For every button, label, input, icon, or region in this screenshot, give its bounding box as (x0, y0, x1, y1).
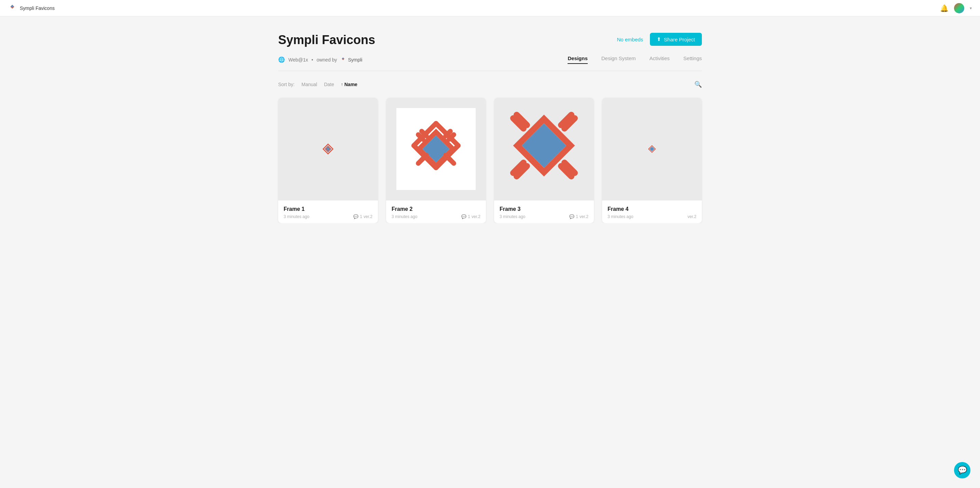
version-label: ver.2 (364, 214, 372, 219)
card-meta-frame1: 3 minutes ago 💬 1 ver.2 (283, 214, 372, 219)
comment-count-frame3: 1 (576, 214, 578, 219)
version-label-frame2: ver.2 (471, 214, 480, 219)
comment-count: 1 (360, 214, 362, 219)
nav-title: Sympli Favicons (20, 5, 55, 11)
sort-date[interactable]: Date (324, 82, 334, 87)
svg-line-15 (418, 135, 423, 140)
card-time-frame1: 3 minutes ago (283, 214, 309, 219)
tab-activities[interactable]: Activities (649, 56, 670, 64)
card-meta-frame2: 3 minutes ago 💬 1 ver.2 (391, 214, 480, 219)
tab-design-system[interactable]: Design System (601, 56, 636, 64)
card-time-frame3: 3 minutes ago (500, 214, 525, 219)
card-meta-frame3: 3 minutes ago 💬 1 ver.2 (500, 214, 589, 219)
frame4-preview-icon (647, 144, 657, 154)
svg-line-19 (418, 159, 423, 163)
scope-label: Web@1x (288, 57, 308, 62)
card-time-frame2: 3 minutes ago (391, 214, 417, 219)
separator: • (312, 57, 313, 62)
sort-search-row: Sort by: Manual Date ↑ Name 🔍 (278, 81, 702, 88)
card-time-frame4: 3 minutes ago (608, 214, 633, 219)
owner-logo-icon (340, 57, 346, 62)
card-version-frame1: 💬 1 ver.2 (353, 214, 372, 219)
card-version-frame2: 💬 1 ver.2 (461, 214, 480, 219)
globe-icon: 🌐 (278, 56, 285, 63)
no-embeds-link[interactable]: No embeds (617, 37, 643, 42)
version-label-frame4: ver.2 (687, 214, 697, 219)
card-frame3[interactable]: Frame 3 3 minutes ago 💬 1 ver.2 (494, 98, 594, 223)
frame2-preview-icon (405, 118, 467, 180)
sort-manual[interactable]: Manual (301, 82, 317, 87)
svg-line-14 (422, 131, 426, 136)
comment-icon-frame2: 💬 (461, 214, 466, 219)
owner-link[interactable]: Sympli (340, 57, 362, 62)
tab-designs[interactable]: Designs (568, 56, 587, 64)
sort-arrow-icon: ↑ (341, 82, 343, 87)
sort-name[interactable]: ↑ Name (341, 82, 358, 87)
card-name-frame1: Frame 1 (283, 206, 372, 212)
svg-line-17 (449, 135, 454, 140)
card-name-frame4: Frame 4 (608, 206, 697, 212)
sort-controls: Sort by: Manual Date ↑ Name (278, 82, 358, 87)
tab-settings[interactable]: Settings (683, 56, 702, 64)
search-button[interactable]: 🔍 (694, 81, 702, 88)
nav-brand: Sympli Favicons (8, 4, 55, 12)
comment-icon-frame3: 💬 (569, 214, 574, 219)
user-avatar[interactable] (954, 3, 964, 13)
card-frame1[interactable]: Frame 1 3 minutes ago 💬 1 ver.2 (278, 98, 378, 223)
notifications-icon[interactable]: 🔔 (940, 4, 948, 12)
user-menu-chevron-icon[interactable]: ▾ (970, 6, 972, 11)
frame2-inner (396, 108, 476, 190)
svg-rect-23 (522, 123, 566, 168)
nav-actions: 🔔 ▾ (940, 3, 972, 13)
owned-by-text: owned by (317, 57, 337, 62)
page-header: Sympli Favicons No embeds ⬆ Share Projec… (278, 33, 702, 47)
card-footer-frame4: Frame 4 3 minutes ago ver.2 (602, 200, 702, 223)
card-meta-frame4: 3 minutes ago ver.2 (608, 214, 697, 219)
tab-bar: Designs Design System Activities Setting… (568, 56, 702, 64)
share-icon: ⬆ (657, 36, 661, 42)
sort-label: Sort by: (278, 82, 294, 87)
card-preview-frame4 (602, 98, 702, 200)
card-footer-frame1: Frame 1 3 minutes ago 💬 1 ver.2 (278, 200, 378, 223)
comment-count-frame2: 1 (468, 214, 470, 219)
page-subtitle: 🌐 Web@1x • owned by Sympli (278, 56, 362, 63)
share-project-button[interactable]: ⬆ Share Project (650, 33, 702, 46)
main-content: Sympli Favicons No embeds ⬆ Share Projec… (251, 16, 729, 223)
frame1-preview-icon (321, 142, 335, 156)
header-actions: No embeds ⬆ Share Project (617, 33, 702, 46)
card-name-frame3: Frame 3 (500, 206, 589, 212)
version-label-frame3: ver.2 (579, 214, 589, 219)
owner-name: Sympli (348, 57, 362, 62)
designs-grid: Frame 1 3 minutes ago 💬 1 ver.2 (278, 98, 702, 223)
page-title: Sympli Favicons (278, 33, 375, 47)
frame3-preview-icon (503, 105, 585, 194)
card-version-frame4: ver.2 (687, 214, 697, 219)
card-name-frame2: Frame 2 (391, 206, 480, 212)
card-frame2[interactable]: Frame 2 3 minutes ago 💬 1 ver.2 (386, 98, 486, 223)
card-preview-frame2 (386, 98, 486, 200)
card-frame4[interactable]: Frame 4 3 minutes ago ver.2 (602, 98, 702, 223)
card-preview-frame1 (278, 98, 378, 200)
svg-line-16 (445, 131, 450, 136)
divider (278, 71, 702, 71)
card-footer-frame3: Frame 3 3 minutes ago 💬 1 ver.2 (494, 200, 594, 223)
comment-icon: 💬 (353, 214, 358, 219)
sympli-logo-icon (8, 4, 16, 12)
card-version-frame3: 💬 1 ver.2 (569, 214, 589, 219)
svg-line-21 (449, 159, 454, 163)
card-preview-frame3 (494, 98, 594, 200)
card-footer-frame2: Frame 2 3 minutes ago 💬 1 ver.2 (386, 200, 486, 223)
top-navigation: Sympli Favicons 🔔 ▾ (0, 0, 980, 16)
